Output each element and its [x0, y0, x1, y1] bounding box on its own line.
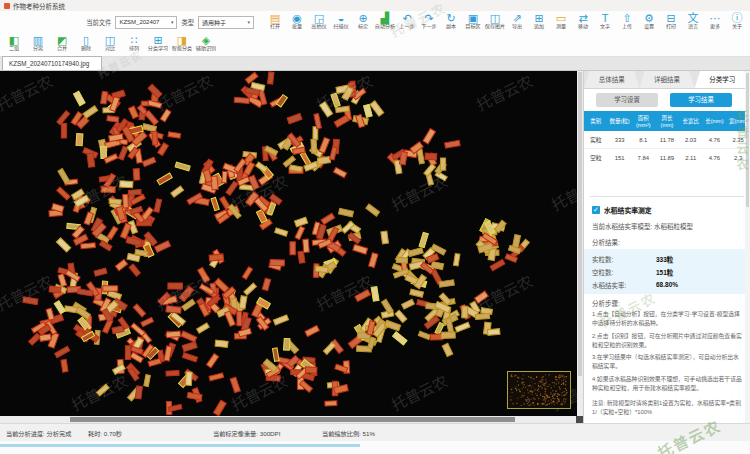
table-row[interactable]: 实粒 333 8.1 11.78 2.03 4.76 2.35	[584, 131, 750, 149]
results-table-header: 类别数量(粒)面积(mm²)周长(mm)长宽比长(mm)宽(mm)	[584, 111, 750, 131]
toolbar-button[interactable]: ◫ 对比	[98, 34, 122, 53]
save-image-icon: ◫	[490, 12, 500, 24]
scanner-icon: ◒	[338, 12, 345, 24]
text-icon: T	[602, 12, 609, 24]
toolbar-button[interactable]: ▯ 删除	[74, 34, 98, 53]
toolbar-button[interactable]: ▤ 打开	[264, 12, 286, 31]
toolbar-button[interactable]: T 文字	[594, 12, 616, 31]
toolbar-button-label: 打开	[270, 24, 280, 30]
toolbar-button[interactable]: ⋯ 更多	[704, 12, 726, 31]
result-label: 水稻结实率:	[592, 280, 656, 290]
chevron-down-icon: ▾	[247, 19, 250, 25]
scrollbar-corner	[576, 416, 583, 423]
current-model-line: 当前水稻结实率模型: 水稻稻粒模型	[584, 215, 750, 233]
toolbar: 当前文件 KZSM_202407 ▾ 类型 通用种子 ▾ ▤ 打开 ◉	[0, 11, 750, 57]
seed-type-select[interactable]: 通用种子 ▾	[198, 16, 254, 29]
toolbar-button-label: 副本	[446, 24, 456, 30]
toolbar-button-label: 测量	[556, 24, 566, 30]
toolbar-button[interactable]: ◩ 合并	[50, 34, 74, 53]
specimen-image-canvas[interactable]	[0, 71, 577, 416]
document-tab[interactable]: KZSM_20240710174940.jpg	[2, 56, 102, 70]
current-file-select[interactable]: KZSM_202407 ▾	[115, 16, 177, 29]
toolbar-button[interactable]: ⚙ 设置	[638, 12, 660, 31]
toolbar-button-label: 更多	[710, 24, 720, 30]
settings-gear-icon: ⚙	[644, 12, 654, 24]
toolbar-button[interactable]: 文 语言	[682, 12, 704, 31]
app-icon	[4, 3, 10, 9]
toolbar-button-label: 上一步	[399, 24, 414, 30]
toolbar-button-label: 分离	[33, 46, 43, 52]
learning-results-button[interactable]: 学习结果	[670, 93, 732, 107]
toolbar-button[interactable]: ▥ 分离	[26, 34, 50, 53]
toolbar-button[interactable]: ⊞ 分类学习	[146, 34, 170, 53]
toolbar-button[interactable]: ◉ 批量	[286, 12, 308, 31]
document-tabstrip: KZSM_20240710174940.jpg	[0, 57, 750, 71]
analysis-result-box: 实粒数: 333粒 空粒数: 151粒 水稻结实率: 68.80%	[584, 249, 750, 294]
toolbar-button[interactable]: ⊕ 标定	[352, 12, 374, 31]
toolbar-button[interactable]: ⓘ 关于	[726, 12, 748, 31]
analysis-steps: 1.点击【自动分析】按钮，在分类学习-学习设置-模型选择中选择待分析的水稻品种。…	[584, 310, 750, 393]
result-value: 151粒	[656, 267, 673, 277]
analysis-step: 4.如果该水稻品种识别效果不理想，可手动挑选出若干该品种实粒和空粒，用于新建水稻…	[592, 375, 742, 394]
learning-settings-button[interactable]: 学习设置	[596, 93, 658, 107]
toolbar-button[interactable]: ∷ 排列	[122, 34, 146, 53]
toolbar-button[interactable]: ↷ 下一步	[418, 12, 440, 31]
horizontal-scrollbar[interactable]	[0, 416, 583, 423]
toolbar-button[interactable]: ▟ 自动分析	[374, 12, 396, 31]
status-zoom-level: 当前缩放比例: 51%	[322, 429, 375, 438]
status-elapsed: 耗时: 0.70秒	[88, 429, 122, 438]
toolbar-button[interactable]: ◧ 二值	[2, 34, 26, 53]
toolbar-button[interactable]: ◫ 保存图片	[484, 12, 506, 31]
toolbar-button-label: 二值	[9, 46, 19, 52]
bottom-strip	[0, 441, 750, 454]
toolbar-button-label: 导出	[512, 24, 522, 30]
toolbar-button[interactable]: ▭ 测量	[550, 12, 572, 31]
toolbar-button-label: 追加	[534, 24, 544, 30]
toolbar-button[interactable]: ◨ 智能分类	[170, 34, 194, 53]
smart-classify-icon: ◨	[177, 34, 187, 46]
minimap[interactable]	[507, 371, 571, 409]
more-icon: ⋯	[710, 12, 721, 24]
table-row[interactable]: 空粒 151 7.84 11.89 2.11 4.76 2.3	[584, 149, 750, 167]
checkbox-checked-icon[interactable]: ✓	[592, 206, 600, 214]
tab-classify-learning[interactable]: 分类学习	[695, 71, 750, 88]
export-icon: ⇗	[512, 12, 521, 24]
bottom-accent-line	[0, 444, 360, 447]
about-info-icon: ⓘ	[732, 12, 743, 24]
toolbar-button-label: 文字	[600, 24, 610, 30]
panel-scrollbar-thumb[interactable]	[746, 73, 749, 207]
table-cell: 实粒	[584, 131, 608, 149]
tab-overall-results[interactable]: 总体结果	[584, 71, 639, 88]
seed-setting-rate-row: ✓ 水稻结实率测定	[584, 205, 750, 215]
redo-icon: ↷	[424, 12, 433, 24]
toolbar-button[interactable]: ◈ 辅助识别	[194, 34, 218, 53]
measure-ruler-icon: ▭	[556, 12, 566, 24]
horizontal-scrollbar-thumb[interactable]	[70, 417, 515, 422]
toolbar-button[interactable]: ⇗ 导出	[506, 12, 528, 31]
toolbar-button[interactable]: ▣ 目标区	[462, 12, 484, 31]
toolbar-button[interactable]: ⇄ 移动	[572, 12, 594, 31]
toolbar-button[interactable]: ◲ 高拍仪	[308, 12, 330, 31]
panel-scrollbar[interactable]	[745, 71, 750, 423]
toolbar-button-label: 批量	[292, 24, 302, 30]
toolbar-button[interactable]: ⊞ 追加	[528, 12, 550, 31]
current-file-label: 当前文件	[86, 18, 111, 27]
toolbar-button[interactable]: ◒ 扫描仪	[330, 12, 352, 31]
toolbar-button-label: 删除	[81, 46, 91, 52]
status-calibration: 当前标定像素量: 300DPI	[213, 429, 280, 438]
tab-detailed-results[interactable]: 详细结果	[639, 71, 694, 88]
table-header-cell: 类别	[584, 111, 608, 131]
toolbar-button[interactable]: ⇧ 上传	[616, 12, 638, 31]
toolbar-button[interactable]: ⊟ 打印	[660, 12, 682, 31]
toolbar-button[interactable]: ↻ 副本	[440, 12, 462, 31]
toolbar-row-1: 当前文件 KZSM_202407 ▾ 类型 通用种子 ▾ ▤ 打开 ◉	[2, 12, 748, 34]
vertical-scrollbar-thumb[interactable]	[578, 72, 582, 376]
table-cell: 7.84	[631, 149, 655, 167]
toolbar-button-label: 保存图片	[485, 24, 505, 30]
analysis-step: 2.点击【识别】按钮，可在分析图片中通过对应颜色查看实粒和空粒的识别效果。	[592, 332, 742, 351]
type-label: 类型	[181, 18, 194, 27]
target-region-icon: ▣	[468, 12, 478, 24]
open-folder-icon: ▤	[270, 12, 280, 24]
toolbar-button[interactable]: ↶ 上一步	[396, 12, 418, 31]
undo-icon: ↶	[402, 12, 411, 24]
